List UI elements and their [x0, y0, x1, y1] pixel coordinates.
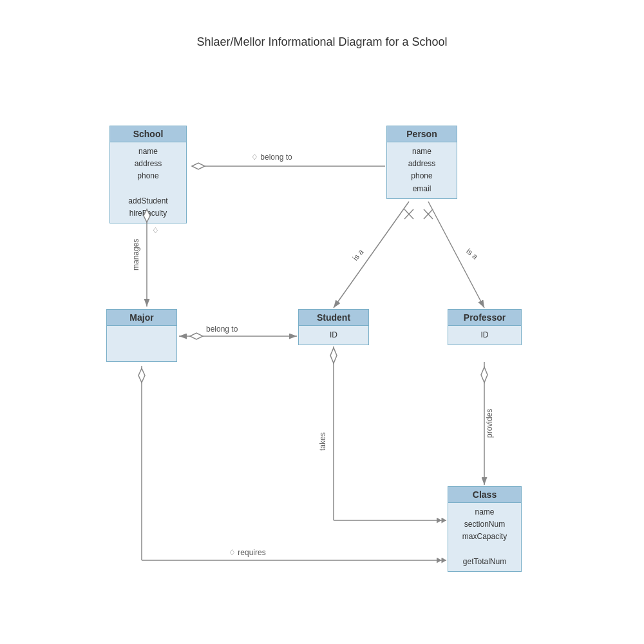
diagram-title: Shlaer/Mellor Informational Diagram for …	[196, 35, 447, 49]
entity-school: School nameaddressphoneaddStudenthireFac…	[109, 126, 187, 223]
svg-marker-14	[190, 333, 203, 339]
entity-major: Major	[106, 309, 177, 362]
entity-professor-header: Professor	[448, 310, 521, 326]
svg-text:takes: takes	[318, 432, 327, 451]
entity-professor: Professor ID	[448, 309, 522, 345]
svg-line-17	[404, 209, 413, 219]
svg-line-22	[424, 209, 433, 219]
svg-text:♢ requires: ♢ requires	[229, 548, 266, 557]
svg-line-18	[404, 209, 413, 219]
entity-class-header: Class	[448, 487, 521, 503]
entity-professor-body: ID	[448, 326, 521, 345]
entity-person: Person nameaddressphoneemail	[386, 126, 457, 199]
svg-text:provides: provides	[485, 409, 494, 438]
svg-marker-33	[138, 368, 145, 383]
entity-student-body: ID	[299, 326, 368, 345]
entity-major-header: Major	[107, 310, 176, 326]
svg-marker-26	[330, 348, 337, 363]
svg-line-20	[428, 202, 484, 308]
svg-line-16	[334, 202, 409, 308]
svg-text:is a: is a	[464, 247, 480, 261]
svg-text:belong to: belong to	[206, 325, 238, 334]
svg-marker-29	[481, 367, 488, 383]
svg-text:manages: manages	[131, 239, 140, 270]
entity-school-header: School	[110, 126, 186, 142]
entity-major-body	[107, 326, 176, 361]
svg-line-21	[424, 209, 433, 219]
entity-school-body: nameaddressphoneaddStudenthireFaculty	[110, 142, 186, 223]
svg-text:is a: is a	[351, 247, 366, 263]
entity-student: Student ID	[298, 309, 369, 345]
entity-person-body: nameaddressphoneemail	[387, 142, 457, 198]
entity-student-header: Student	[299, 310, 368, 326]
svg-marker-7	[192, 163, 205, 169]
entity-class: Class namesectionNummaxCapacitygetTotalN…	[448, 486, 522, 572]
entity-person-header: Person	[387, 126, 457, 142]
svg-text:♢ belong to: ♢ belong to	[251, 153, 292, 162]
entity-class-body: namesectionNummaxCapacitygetTotalNum	[448, 503, 521, 571]
diagram-container: Shlaer/Mellor Informational Diagram for …	[0, 0, 644, 644]
svg-text:♢: ♢	[152, 226, 159, 235]
